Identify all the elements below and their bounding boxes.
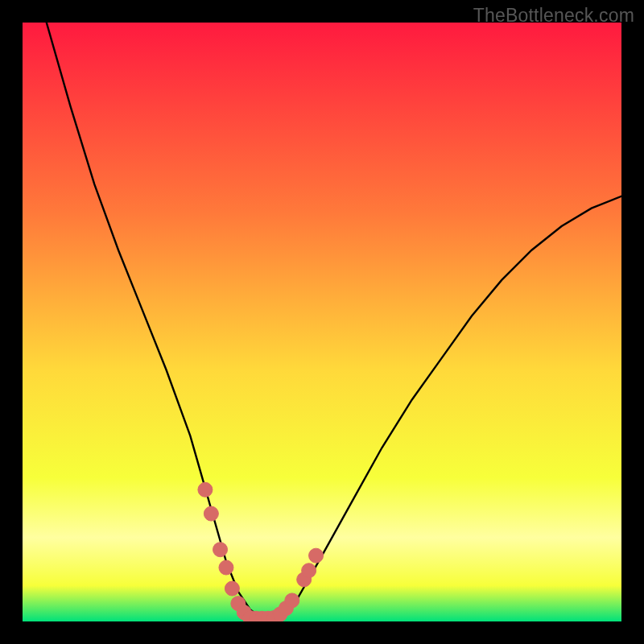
curve-marker [225, 581, 239, 596]
bottleneck-chart [23, 23, 621, 621]
curve-marker [204, 506, 218, 521]
gradient-background [23, 23, 621, 621]
curve-marker [302, 564, 316, 578]
curve-marker [198, 482, 213, 497]
chart-stage: TheBottleneck.com [0, 0, 644, 644]
curve-marker [309, 548, 324, 563]
curve-marker [219, 560, 233, 575]
curve-marker [213, 543, 228, 557]
plot-area [23, 23, 621, 621]
curve-marker [285, 593, 299, 608]
